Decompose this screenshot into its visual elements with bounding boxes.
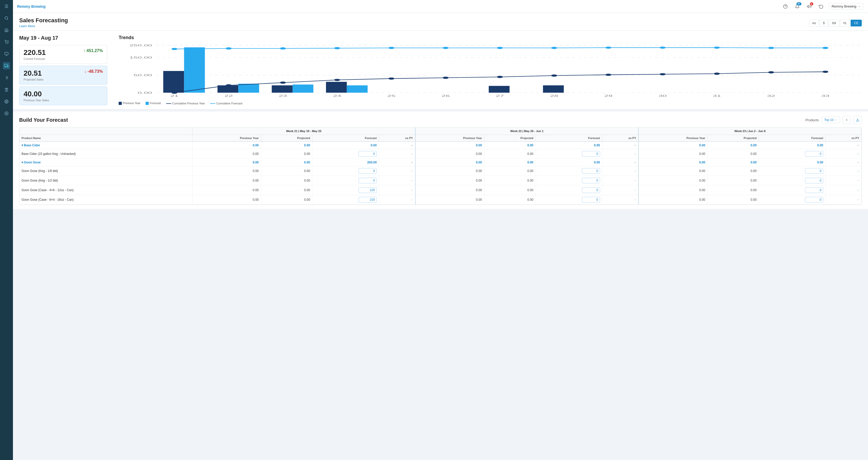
svg-point-70 [172, 92, 178, 94]
w22-prev-year: 0.00 [415, 166, 484, 176]
forecast-input-w23[interactable] [805, 168, 823, 174]
unit-tab-bbl[interactable]: bbl [829, 20, 839, 26]
forecast-input-w22[interactable] [582, 197, 600, 202]
w21-prev-year: 0.00 [192, 149, 261, 159]
forecast-input-w21[interactable] [359, 187, 377, 193]
product-name-cell: Goon Gose (Keg - 1/2 bbl) [20, 176, 192, 186]
col-header-row: Product Name Previous Year Projected For… [20, 135, 862, 142]
svg-text:22: 22 [225, 94, 233, 97]
history-icon[interactable] [817, 2, 825, 11]
w22-forecast[interactable] [535, 186, 602, 195]
svg-point-77 [551, 75, 557, 77]
product-name-cell: Goon Gose (Case - 4×6 - 12oz - Can) [20, 186, 192, 195]
build-controls: Products Top 10 [806, 116, 862, 124]
forecast-input-w23[interactable] [805, 197, 823, 202]
svg-rect-56 [543, 86, 564, 93]
svg-rect-52 [292, 85, 313, 93]
projected-label: Projected Sales [24, 78, 43, 81]
w23-forecast[interactable] [759, 195, 826, 205]
w21-prev-year: 0.00 [192, 141, 261, 149]
w22-vspy: -- [602, 159, 639, 166]
learn-more-link[interactable]: Learn More [19, 24, 35, 28]
w22-forecast[interactable] [535, 149, 602, 159]
svg-marker-8 [7, 65, 8, 66]
forecast-input-w23[interactable] [805, 187, 823, 193]
w21-forecast[interactable] [312, 166, 379, 176]
col-w22-prev: Previous Year [415, 135, 484, 142]
forecast-input-w21[interactable] [359, 178, 377, 184]
category-link[interactable]: ▾ Base Cider [22, 143, 40, 147]
forecast-input-w22[interactable] [582, 168, 600, 174]
w21-forecast[interactable] [312, 176, 379, 186]
download-button[interactable] [854, 116, 862, 124]
svg-rect-51 [272, 86, 292, 93]
category-link[interactable]: ▾ Goon Gose [22, 161, 41, 164]
forecast-input-w23[interactable] [805, 151, 823, 157]
top10-button[interactable]: Top 10 [822, 117, 840, 123]
megaphone-icon[interactable]: 1 [805, 2, 813, 11]
forecast-input-w22[interactable] [582, 151, 600, 157]
w21-forecast[interactable] [312, 186, 379, 195]
svg-point-61 [389, 47, 394, 49]
w23-forecast[interactable] [759, 176, 826, 186]
notification-badge: 9+ [797, 2, 801, 5]
trends-chart: 250.00 150.00 50.00 0.00 21 22 23 24 25 … [119, 42, 862, 99]
forecast-table-wrap: Week 21 | May 19 - May 25 Week 22 | May … [19, 127, 862, 205]
home-icon[interactable] [3, 26, 10, 34]
w22-prev-year: 0.00 [415, 186, 484, 195]
bar-forecast-21 [184, 47, 205, 93]
unit-tab-ea[interactable]: ea [809, 20, 819, 26]
forecast-input-w21[interactable] [359, 197, 377, 202]
w21-projected: 0.00 [261, 159, 312, 166]
legend-cum-prev-year: Cumulative Previous Year [172, 102, 205, 105]
forecast-input-w21[interactable] [359, 151, 377, 157]
notification-icon[interactable]: 9+ [793, 2, 801, 11]
product-name-cell[interactable]: ▾ Goon Gose [20, 159, 192, 166]
col-w21-prev: Previous Year [192, 135, 261, 142]
svg-point-25 [6, 113, 7, 114]
bank-icon[interactable] [3, 86, 10, 93]
settings-icon[interactable] [3, 98, 10, 105]
menu-icon[interactable]: ☰ [3, 3, 10, 10]
forecast-tbody: ▾ Base Cider0.000.000.00--0.000.000.00--… [20, 141, 862, 205]
product-name-cell[interactable]: ▾ Base Cider [20, 141, 192, 149]
cart-icon[interactable] [3, 38, 10, 45]
forecast-input-w21[interactable] [359, 168, 377, 174]
w23-forecast[interactable] [759, 149, 826, 159]
unit-tab-hl[interactable]: hL [840, 20, 850, 26]
dashboard-icon[interactable] [3, 110, 10, 117]
unit-tab-dollar[interactable]: $ [819, 20, 828, 26]
megaphone-badge: 1 [810, 2, 813, 5]
reports-icon[interactable] [3, 50, 10, 58]
collapse-button[interactable] [843, 116, 851, 124]
w23-projected: 0.00 [707, 141, 759, 149]
w23-forecast[interactable] [759, 166, 826, 176]
svg-point-62 [442, 47, 448, 49]
forecast-input-w23[interactable] [805, 178, 823, 184]
unit-tab-ce[interactable]: CE [850, 20, 862, 26]
w23-forecast[interactable] [759, 186, 826, 195]
prev-year-sales-card: 40.00 Previous Year Sales [19, 87, 107, 105]
brand-name: Remmy Brewing [17, 4, 778, 8]
w22-prev-year: 0.00 [415, 176, 484, 186]
forecast-input-w22[interactable] [582, 178, 600, 184]
truck-icon[interactable] [3, 62, 10, 69]
w21-forecast[interactable] [312, 149, 379, 159]
svg-point-60 [334, 47, 340, 49]
w22-vspy: -- [602, 141, 639, 149]
w21-forecast[interactable] [312, 195, 379, 205]
user-button[interactable]: Remmy Brewing [829, 3, 864, 9]
w21-forecast: 0.00 [312, 141, 379, 149]
w22-forecast[interactable] [535, 176, 602, 186]
content-area: Sales Forecasting Learn More ea $ bbl hL… [13, 13, 868, 460]
product-name-header [20, 127, 192, 135]
help-icon[interactable] [781, 2, 789, 11]
w23-prev-year: 0.00 [639, 195, 707, 205]
forecast-input-w22[interactable] [582, 187, 600, 193]
w22-forecast[interactable] [535, 166, 602, 176]
list-icon[interactable] [3, 74, 10, 81]
w22-prev-year: 0.00 [415, 159, 484, 166]
search-icon[interactable] [3, 14, 10, 22]
product-name-cell: Base Cider (15 gallon Keg - Untracked) [20, 149, 192, 159]
w22-forecast[interactable] [535, 195, 602, 205]
